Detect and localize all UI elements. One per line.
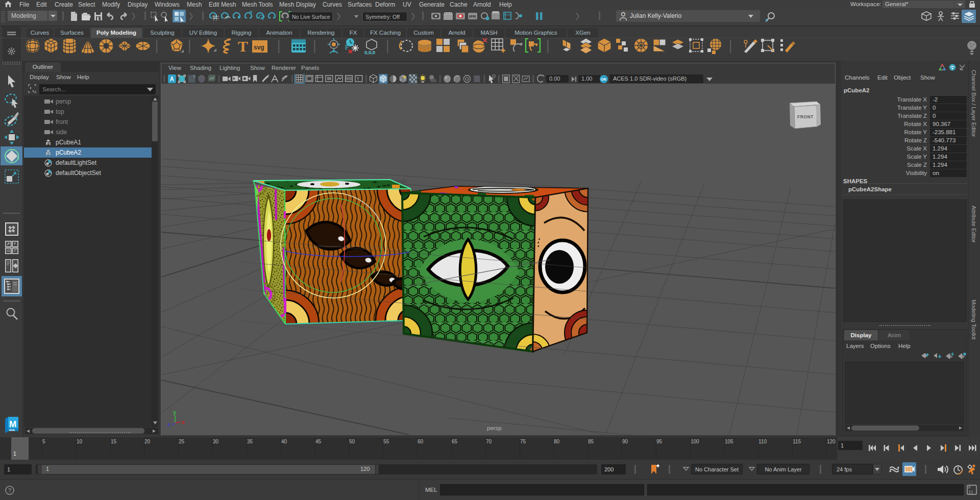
- svg-text:T: T: [238, 38, 248, 55]
- svg-text:ON: ON: [601, 78, 606, 81]
- svg-text:{;}: {;}: [969, 489, 973, 494]
- svg-text:AYA: AYA: [9, 429, 15, 432]
- svg-text:T: T: [357, 77, 360, 82]
- svg-text:A: A: [170, 76, 175, 82]
- svg-text:M: M: [9, 419, 16, 429]
- svg-text:IPR: IPR: [469, 14, 476, 19]
- svg-text:?: ?: [8, 487, 11, 493]
- svg-text:z: z: [167, 421, 170, 428]
- svg-text:persp: persp: [487, 425, 502, 431]
- svg-text:x: x: [765, 17, 768, 22]
- svg-text:0,0,0: 0,0,0: [364, 49, 375, 55]
- svg-text:y: y: [173, 409, 177, 415]
- svg-text:x: x: [182, 419, 185, 425]
- svg-text:FRONT: FRONT: [797, 114, 814, 119]
- svg-text:svg: svg: [254, 44, 264, 51]
